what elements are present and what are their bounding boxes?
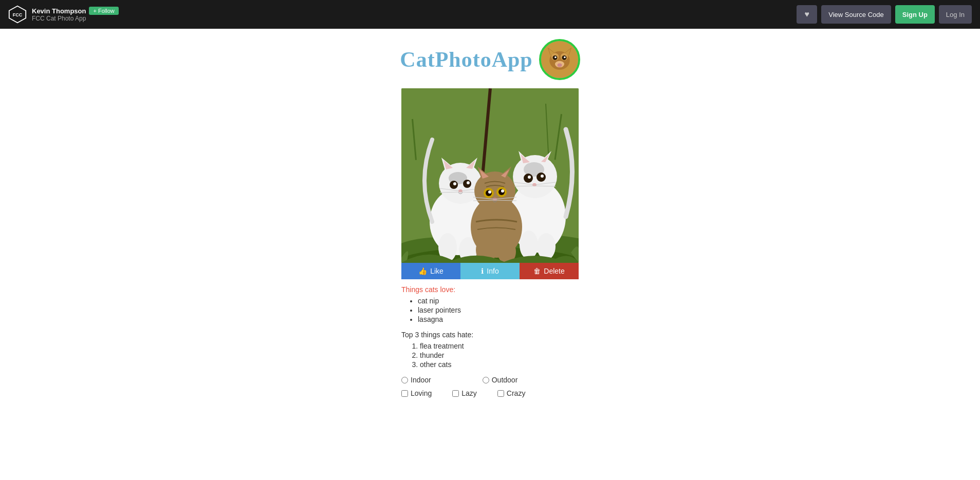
loves-intro: Things cats [401,285,438,294]
svg-point-54 [520,231,538,259]
info-icon: ℹ [481,267,484,275]
signup-button[interactable]: Sign Up [895,5,935,24]
cat-photo [401,88,579,263]
signup-label: Sign Up [902,11,928,18]
loves-word: love: [440,285,455,294]
topbar: FCC Kevin Thompson + Follow FCC Cat Phot… [0,0,980,29]
list-item: laser pointers [418,306,579,314]
svg-point-9 [564,56,566,59]
crazy-label: Crazy [507,389,526,397]
list-item: thunder [420,351,579,359]
lazy-checkbox-label[interactable]: Lazy [452,389,477,397]
hates-intro-text: Top 3 things cats hate: [401,331,579,339]
heart-button[interactable]: ♥ [797,5,817,24]
svg-point-29 [453,182,456,185]
indoor-radio-label[interactable]: Indoor [401,376,431,384]
outdoor-radio[interactable] [483,377,489,383]
crazy-checkbox[interactable] [497,390,504,397]
delete-button[interactable]: 🗑 Delete [520,263,579,279]
topbar-username: Kevin Thompson + Follow [32,7,119,15]
thumbs-up-icon: 👍 [418,267,427,275]
like-label: Like [430,267,443,275]
login-label: Log In [946,11,965,18]
main-content: CatPhotoApp [0,29,980,423]
cat-avatar [539,39,580,80]
list-item: flea treatment [420,342,579,350]
cat-avatar-image [541,39,578,80]
topbar-right: ♥ View Source Code Sign Up Log In [797,5,972,24]
loves-list: cat nip laser pointers lasagna [401,297,579,323]
hates-list: flea treatment thunder other cats [401,342,579,369]
svg-point-11 [557,63,562,67]
trash-icon: 🗑 [533,267,541,275]
cat-photo-container [401,88,579,263]
topbar-left: FCC Kevin Thompson + Follow FCC Cat Phot… [8,5,119,24]
app-header: CatPhotoApp [400,39,580,80]
svg-point-30 [467,181,470,184]
list-item: cat nip [418,297,579,305]
view-source-label: View Source Code [828,11,883,18]
svg-point-57 [474,171,515,210]
app-title: CatPhotoApp [400,47,532,72]
list-item: lasagna [418,315,579,323]
loving-checkbox-label[interactable]: Loving [401,389,432,397]
indoor-label: Indoor [411,376,431,384]
checkbox-group: Loving Lazy Crazy [401,389,579,397]
info-label: Info [487,267,498,275]
loving-checkbox[interactable] [401,390,408,397]
svg-point-48 [541,175,544,178]
radio-group: Indoor Outdoor [401,376,579,384]
follow-label: + Follow [93,8,114,14]
svg-text:FCC: FCC [13,12,23,17]
info-button[interactable]: ℹ Info [460,263,520,279]
heart-icon: ♥ [805,10,810,19]
svg-point-39 [513,155,557,198]
svg-point-66 [488,190,491,194]
list-item: other cats [420,360,579,369]
fcc-logo-icon: FCC [8,5,27,24]
action-buttons: 👍 Like ℹ Info 🗑 Delete [401,263,579,279]
delete-label: Delete [544,267,564,275]
app-name-subtitle: FCC Cat Photo App [32,15,119,22]
content-section: Things cats love: cat nip laser pointers… [401,285,579,402]
username-text: Kevin Thompson [32,7,86,15]
like-button[interactable]: 👍 Like [401,263,460,279]
lazy-checkbox[interactable] [452,390,459,397]
lazy-label: Lazy [461,389,477,397]
svg-point-47 [528,176,531,179]
svg-point-8 [554,56,557,59]
loving-label: Loving [411,389,432,397]
outdoor-label: Outdoor [492,376,518,384]
login-button[interactable]: Log In [939,5,972,24]
svg-point-67 [501,189,504,193]
outdoor-radio-label[interactable]: Outdoor [483,376,518,384]
loves-intro-text: Things cats love: [401,285,579,294]
indoor-radio[interactable] [401,377,408,383]
svg-point-55 [537,233,556,260]
view-source-button[interactable]: View Source Code [821,5,891,24]
topbar-user-info: Kevin Thompson + Follow FCC Cat Photo Ap… [32,7,119,22]
crazy-checkbox-label[interactable]: Crazy [497,389,526,397]
follow-button[interactable]: + Follow [89,7,118,15]
